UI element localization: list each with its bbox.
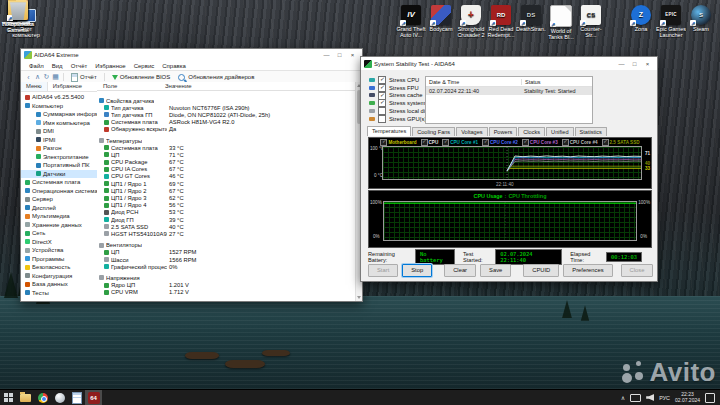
tree-item[interactable]: Сервер bbox=[21, 195, 97, 204]
tree-item[interactable]: Сеть bbox=[21, 229, 97, 238]
save-button[interactable]: Save bbox=[480, 264, 511, 277]
sst-tab[interactable]: Cooling Fans bbox=[412, 127, 455, 136]
tree-item[interactable]: Конфигурация bbox=[21, 272, 97, 281]
close-button[interactable]: × bbox=[641, 58, 654, 70]
legend-item[interactable]: ✓ CPU Core #1 bbox=[442, 139, 478, 146]
legend-checkbox[interactable]: ✓ bbox=[522, 139, 529, 146]
sst-tab[interactable]: Powers bbox=[489, 127, 518, 136]
tree-item[interactable]: База данных bbox=[21, 280, 97, 289]
tree-item[interactable]: Дисплей bbox=[21, 204, 97, 213]
tree-item[interactable]: Устройства bbox=[21, 246, 97, 255]
tree-item[interactable]: Программы bbox=[21, 255, 97, 264]
taskbar-aida64-button[interactable]: 64 bbox=[85, 390, 102, 405]
up-icon[interactable]: ∧ bbox=[33, 73, 42, 81]
language-indicator[interactable]: РУС bbox=[659, 395, 670, 401]
network-icon[interactable] bbox=[630, 394, 641, 402]
column-value[interactable]: Значение bbox=[165, 83, 192, 89]
maximize-button[interactable]: □ bbox=[333, 49, 346, 61]
preferences-button[interactable]: Preferences bbox=[563, 264, 612, 277]
sst-titlebar[interactable]: System Stability Test - AIDA64 — □ × bbox=[361, 57, 657, 70]
desktop-icon[interactable]: ↗ Bodycam bbox=[426, 5, 456, 40]
tree-item[interactable]: IPMI bbox=[21, 136, 97, 145]
menu-item[interactable]: Файл bbox=[25, 63, 48, 69]
start-button[interactable] bbox=[0, 390, 17, 405]
tab-menu[interactable]: Меню bbox=[21, 82, 48, 91]
maximize-button[interactable]: □ bbox=[628, 58, 641, 70]
tree-item[interactable]: Суммарная информа... bbox=[21, 110, 97, 119]
driver-updates-button[interactable]: Обновления драйверов bbox=[174, 72, 258, 83]
clear-button[interactable]: Clear bbox=[444, 264, 476, 277]
log-row[interactable]: 02.07.2024 22:11:40 Stability Test: Star… bbox=[426, 87, 592, 95]
report-button[interactable]: Отчёт bbox=[67, 72, 101, 83]
start-button[interactable]: Start bbox=[368, 264, 398, 277]
volume-icon[interactable] bbox=[646, 394, 654, 401]
sensor-row[interactable]: Обнаружено вскрытие кор... Да bbox=[97, 126, 356, 133]
tray-expand-icon[interactable]: ∧ bbox=[621, 394, 625, 401]
desktop-icon[interactable]: CS↗ Counter-Str... bbox=[576, 5, 606, 40]
checkbox[interactable]: ✓ bbox=[378, 84, 386, 92]
sensor-row[interactable]: Диод PCH 53 °C bbox=[97, 209, 356, 216]
sensor-row[interactable]: ЦП1 / Ядро 4 56 °C bbox=[97, 202, 356, 209]
close-button[interactable]: × bbox=[346, 49, 359, 61]
taskbar-explorer-button[interactable] bbox=[17, 390, 34, 405]
sensor-row[interactable]: Температуры bbox=[97, 137, 356, 144]
sensor-row[interactable]: Вентиляторы bbox=[97, 242, 356, 249]
tree-item[interactable]: Мультимедиа bbox=[21, 212, 97, 221]
desktop-icon[interactable]: IV↗ Grand Theft Auto IV... bbox=[396, 5, 426, 40]
minimize-button[interactable]: — bbox=[320, 49, 333, 61]
sst-tab[interactable]: Voltages bbox=[456, 127, 487, 136]
sensor-row[interactable]: Системная плата 33 °C bbox=[97, 144, 356, 151]
checkbox[interactable]: ✓ bbox=[378, 76, 386, 84]
tree-item[interactable]: DirectX bbox=[21, 238, 97, 247]
legend-checkbox[interactable]: ✓ bbox=[442, 139, 449, 146]
tree-item[interactable]: Имя компьютера bbox=[21, 119, 97, 128]
desktop-icon[interactable]: ↗ World of Tanks Bl... bbox=[546, 5, 576, 40]
bios-update-button[interactable]: Обновление BIOS bbox=[108, 72, 175, 83]
sensor-row[interactable]: ЦП 1527 RPM bbox=[97, 249, 356, 256]
legend-item[interactable]: ✓ Motherboard bbox=[380, 139, 416, 146]
legend-checkbox[interactable]: ✓ bbox=[482, 139, 489, 146]
sensor-row[interactable]: Свойства датчика bbox=[97, 97, 356, 104]
tab-favorites[interactable]: Избранное bbox=[48, 82, 87, 91]
tree-item[interactable]: Безопасность bbox=[21, 263, 97, 272]
sst-tab[interactable]: Clocks bbox=[518, 127, 545, 136]
legend-item[interactable]: ✓ CPU bbox=[421, 139, 439, 146]
log-col-status[interactable]: Status bbox=[522, 79, 541, 85]
menu-item[interactable]: Справка bbox=[158, 63, 190, 69]
stop-button[interactable]: Stop bbox=[402, 264, 432, 277]
tree-item[interactable]: Системная плата bbox=[21, 178, 97, 187]
tree-item[interactable]: Тесты bbox=[21, 289, 97, 298]
sensor-row[interactable]: Системная плата ASRock H81M-VG4 R2.0 bbox=[97, 119, 356, 126]
sensor-row[interactable]: CPU Package 67 °C bbox=[97, 159, 356, 166]
tree-item[interactable]: Компьютер bbox=[21, 102, 97, 111]
desktop-icon[interactable]: EPIC↗ Epic Games Launcher bbox=[656, 5, 686, 40]
panel-icon[interactable]: ▦ bbox=[51, 73, 60, 81]
taskbar-app-button[interactable] bbox=[51, 390, 68, 405]
sst-tab[interactable]: Temperatures bbox=[367, 126, 411, 136]
legend-item[interactable]: ✓ CPU Core #3 bbox=[522, 139, 558, 146]
desktop-icon[interactable]: +↗ Stronghold Crusader 2 bbox=[456, 5, 486, 40]
desktop-icon[interactable]: DS↗ DeathStran... bbox=[516, 5, 546, 40]
menu-item[interactable]: Отчёт bbox=[67, 63, 92, 69]
sst-tab[interactable]: Unified bbox=[546, 127, 573, 136]
taskbar-notepad-button[interactable] bbox=[68, 390, 85, 405]
tree-item[interactable]: Датчики bbox=[21, 170, 97, 179]
tree-item[interactable]: Хранение данных bbox=[21, 221, 97, 230]
scroll-down-icon[interactable] bbox=[357, 296, 361, 299]
sensor-row[interactable]: Диод ГП 39 °C bbox=[97, 216, 356, 223]
minimize-button[interactable]: — bbox=[615, 58, 628, 70]
sensor-row[interactable]: ЦП 71 °C bbox=[97, 151, 356, 158]
desktop-icon[interactable]: Z↗ Zona bbox=[626, 5, 656, 40]
checkbox[interactable]: ✓ bbox=[378, 99, 386, 107]
checkbox[interactable] bbox=[378, 115, 386, 123]
tree-item[interactable]: Электропитание bbox=[21, 153, 97, 162]
desktop-icon[interactable]: ↗ Корзина bbox=[0, 0, 36, 27]
tree-item[interactable]: DMI bbox=[21, 127, 97, 136]
clock[interactable]: 22:23 02.07.2024 bbox=[675, 392, 700, 403]
sensor-row[interactable]: ЦП1 / Ядро 3 62 °C bbox=[97, 194, 356, 201]
sensor-row[interactable]: Ядро ЦП 1.201 V bbox=[97, 282, 356, 289]
sensor-row[interactable]: Тип датчика Nuvoton NCT6776F (ISA 290h) bbox=[97, 104, 356, 111]
legend-checkbox[interactable]: ✓ bbox=[602, 139, 609, 146]
sensor-row[interactable]: Тип датчика ГП Diode, ON NCP81022 (ATI-D… bbox=[97, 111, 356, 118]
sensor-row[interactable]: 2.5 SATA SSD 40 °C bbox=[97, 223, 356, 230]
